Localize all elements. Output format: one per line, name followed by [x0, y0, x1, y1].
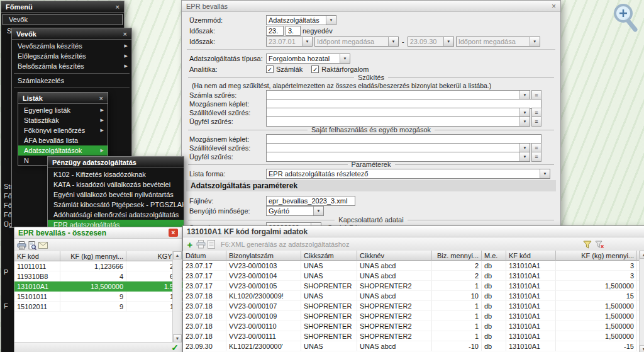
- menu-item-label: Egyéni vállalkozó bevételi nyilvántartás: [53, 191, 174, 198]
- ugyfel-szures-select[interactable]: ▼: [266, 116, 530, 127]
- table-row[interactable]: 23.07.18VV23-00/00109SHOPRENTERSHOPRENTE…: [183, 311, 644, 321]
- menu-item-vevoszamla-keszites[interactable]: Vevőszámla készítés ▶: [12, 41, 131, 51]
- print-icon[interactable]: [196, 240, 206, 249]
- menu-item-szamlakezeles[interactable]: Számlakezelés: [12, 76, 131, 86]
- benyujto-select[interactable]: Gyártó ▼: [266, 206, 324, 216]
- tipus-select[interactable]: Forgalomba hozatal ▼: [266, 54, 350, 64]
- column-header[interactable]: Bizonylatszám: [226, 251, 301, 261]
- menu-item-kata[interactable]: KATA - kisadózói vállalkozás bevételei: [48, 179, 184, 190]
- table-row[interactable]: 151020119189,-: [14, 302, 189, 312]
- column-header[interactable]: KF kód: [506, 251, 556, 261]
- fomenu-close-icon[interactable]: ×: [114, 3, 121, 11]
- table-row[interactable]: 23.07.18VV23-00/00107SHOPRENTERSHOPRENTE…: [183, 301, 644, 311]
- date-mode-from-select[interactable]: Időpont megadása ▼: [314, 37, 399, 47]
- column-header[interactable]: Cikkszám: [301, 251, 357, 261]
- table-row[interactable]: 23.07.17VV23-00/00104UNASUNAS abcd2db131…: [183, 271, 644, 281]
- tipus-label: Adatszolgáltatás típusa:: [189, 55, 266, 62]
- date-from-select[interactable]: 23.07.01 ▼: [266, 37, 313, 47]
- table-row[interactable]: 23.09.30KL1021/2300000'UNASUNAS abcd-10d…: [183, 341, 644, 351]
- listak-titlebar[interactable]: Listák ×: [18, 93, 108, 104]
- detail-titlebar[interactable]: 131010A1 KF kód forgalmi adatok: [183, 226, 644, 237]
- menu-item-egyeni-vallalkozo[interactable]: Egyéni vállalkozó bevételi nyilvántartás: [48, 190, 184, 200]
- combo-value: Forgalomba hozatal: [267, 55, 340, 62]
- uzemmod-select[interactable]: Adatszolgáltatás ▼: [266, 15, 336, 25]
- column-header[interactable]: KF (kg) mennyi...: [556, 251, 637, 261]
- scrollbar-track[interactable]: [173, 259, 182, 334]
- menu-item-ptgszlah[interactable]: Számlát kibocsátó Ptgépesek - PTGSZLAH: [48, 200, 184, 210]
- menu-item-vevok-root[interactable]: Vevők: [3, 14, 123, 25]
- table-cell: 2: [432, 261, 482, 271]
- adatszolgaltatas-parameterek-heading: Adatszolgáltatás paraméterek: [186, 180, 556, 191]
- menu-item-adatszolgaltatasok[interactable]: Adatszolgáltatások ▶: [18, 145, 108, 156]
- table-cell: VV23-00/00109: [226, 311, 301, 321]
- email-icon[interactable]: [38, 242, 48, 249]
- preview-icon[interactable]: [28, 241, 36, 250]
- idoszak-year-input[interactable]: [266, 26, 284, 36]
- penzugy-titlebar[interactable]: Pénzügy adatszolgáltatás: [48, 157, 184, 168]
- szamlak-checkbox[interactable]: ✓: [266, 65, 274, 73]
- column-header[interactable]: Biz. mennyi...: [432, 251, 482, 261]
- menu-item-statisztikak[interactable]: Statisztikák ▶: [18, 115, 108, 125]
- zoom-magnifier-icon[interactable]: [611, 3, 640, 33]
- combo-value: Gyártó: [267, 207, 313, 215]
- listak-close-icon[interactable]: ×: [98, 94, 104, 102]
- add-icon[interactable]: +: [186, 240, 194, 249]
- group-szukites: Szűkítés: [188, 74, 554, 81]
- print-icon[interactable]: [17, 241, 26, 250]
- confirm-check-icon[interactable]: ✓: [171, 343, 179, 352]
- date-to-select[interactable]: 23.09.30 ▼: [408, 37, 454, 47]
- table-row[interactable]: 119310B84672,-: [14, 271, 189, 281]
- scrollbar-track[interactable]: [640, 259, 644, 345]
- filter-icon[interactable]: [583, 241, 592, 249]
- menu-item-label: Számlakezelés: [18, 77, 64, 84]
- dialog-close-icon[interactable]: ×: [552, 2, 556, 11]
- summary-close-icon[interactable]: ×: [169, 229, 178, 237]
- menu-item-fragment[interactable]: P: [4, 268, 8, 276]
- table-cell: db: [482, 261, 506, 271]
- dialog-titlebar[interactable]: EPR bevallás ×: [182, 1, 560, 12]
- xml-document-icon[interactable]: [208, 240, 215, 249]
- menu-item-fokonyvi-ellenorzes[interactable]: Főkönyvi ellenőrzés ▶: [18, 125, 108, 135]
- summary-toolbar: [14, 239, 182, 253]
- raktarforgalom-checkbox[interactable]: ✓: [311, 65, 319, 73]
- table-row[interactable]: 110110111,123666219,-: [14, 261, 189, 271]
- menu-item-afa-bevallas-lista[interactable]: ÁFA bevallás lista: [18, 135, 108, 145]
- vevok-titlebar[interactable]: Vevők ×: [12, 28, 131, 40]
- menu-item-belsoszamla-keszites[interactable]: Belsőszámla készítés ▶: [12, 61, 131, 71]
- fajlnev-input[interactable]: [266, 196, 355, 206]
- column-header[interactable]: KF (kg) mennyi...: [60, 251, 126, 261]
- lista-forma-select[interactable]: EPR adatszolgáltatás részletező ▼: [266, 169, 550, 179]
- column-header[interactable]: Dátum: [183, 251, 226, 261]
- table-row[interactable]: 23.07.18VV23-00/00111SHOPRENTERSHOPRENTE…: [183, 331, 644, 341]
- menu-item-adohatosagi-ellenorzesi[interactable]: Adóhatósági ellenőrzési adatszolgáltatás: [48, 210, 184, 220]
- column-header[interactable]: Cikknév: [357, 251, 432, 261]
- table-row[interactable]: 23.07.17VV23-00/00103UNASUNAS abcd2db131…: [183, 261, 644, 271]
- date-mode-to-select[interactable]: Időpont megadása ▼: [456, 37, 540, 47]
- scroll-up-button[interactable]: ▲: [640, 251, 644, 259]
- table-row[interactable]: 23.07.17VV23-00/00105SHOPRENTERSHOPRENTE…: [183, 281, 644, 291]
- table-row[interactable]: 131010A113,5000001.566,-: [14, 281, 189, 292]
- menu-item-egyenleg-listak[interactable]: Egyenleg listák ▶: [18, 105, 108, 115]
- menu-item-fragment[interactable]: F: [4, 302, 8, 310]
- idoszak-quarter-input[interactable]: [286, 26, 301, 36]
- table-row[interactable]: 23.07.18KL1020/2300009!UNASUNAS abcd10db…: [183, 291, 644, 301]
- menu-item-label: Adóhatósági ellenőrzési adatszolgáltatás: [53, 211, 179, 219]
- table-row[interactable]: 151010119189,-: [14, 292, 189, 302]
- summary-scrollbar[interactable]: ▲ ▼: [172, 251, 182, 343]
- column-header[interactable]: KF kód: [14, 251, 60, 261]
- summary-statusbar: ✓: [14, 342, 182, 352]
- menu-item-elolegszamla-keszites[interactable]: Előlegszámla készítés ▶: [12, 51, 131, 61]
- summary-titlebar[interactable]: EPR bevallás - összesen ×: [14, 227, 182, 239]
- vevok-close-icon[interactable]: ×: [122, 30, 128, 38]
- table-row[interactable]: 23.07.18VV23-00/00110SHOPRENTERSHOPRENTE…: [183, 321, 644, 331]
- ugyfel-szures-lookup-button[interactable]: ≡: [531, 116, 541, 127]
- column-header[interactable]: M.e.: [482, 251, 506, 261]
- clear-filter-icon[interactable]: [595, 241, 604, 249]
- fomenu-titlebar[interactable]: Főmenü ×: [1, 1, 124, 13]
- dropdown-arrow-icon: ▼: [519, 108, 530, 117]
- scroll-up-button[interactable]: ▲: [173, 251, 182, 259]
- menu-item-k102[interactable]: K102 - Kifizetés kisadózóknak: [48, 169, 184, 179]
- menu-item-label: Előlegszámla készítés: [18, 52, 86, 60]
- scroll-down-button[interactable]: ▼: [640, 345, 644, 352]
- detail-scrollbar[interactable]: ▲ ▼: [639, 251, 644, 352]
